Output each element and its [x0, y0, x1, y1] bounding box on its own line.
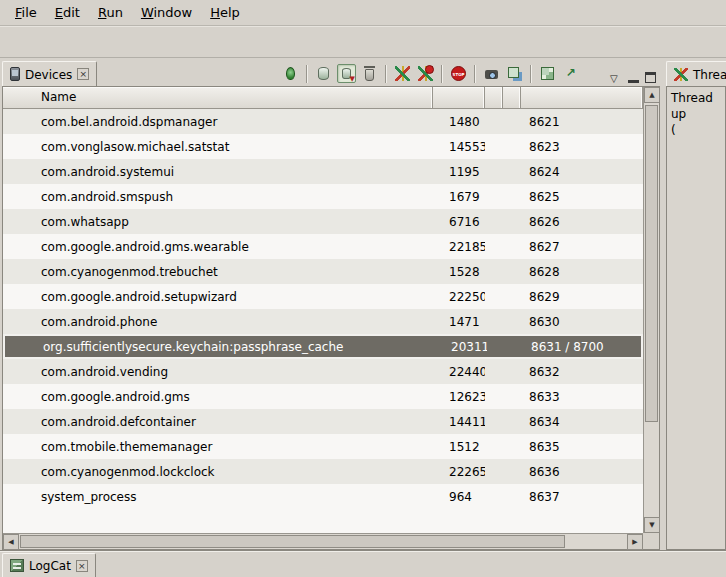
threads-message-line1: Thread up — [671, 90, 721, 122]
menu-help[interactable]: Help — [201, 2, 249, 23]
process-row[interactable]: com.cyanogenmod.lockclock222658636 — [3, 459, 643, 484]
view-hierarchy-icon[interactable] — [505, 64, 524, 83]
maximize-icon[interactable] — [645, 72, 656, 83]
threads-icon — [674, 68, 688, 81]
process-row[interactable]: com.tmobile.thememanager15128635 — [3, 434, 643, 459]
system-info-icon[interactable] — [561, 64, 580, 83]
process-row[interactable]: com.google.android.gms.wearable221858627 — [3, 234, 643, 259]
devices-panel-body: Name com.bel.android.dspmanager14808621c… — [2, 86, 660, 550]
process-row[interactable]: com.android.systemui11958624 — [3, 159, 643, 184]
process-row[interactable]: com.cyanogenmod.trebuchet15288628 — [3, 259, 643, 284]
column-header-name[interactable]: Name — [3, 87, 433, 108]
vertical-scroll-thumb[interactable] — [645, 105, 658, 422]
process-table: Name com.bel.android.dspmanager14808621c… — [3, 87, 659, 549]
view-menu-icon[interactable] — [610, 71, 622, 83]
process-row[interactable]: com.vonglasow.michael.satstat145538623 — [3, 134, 643, 159]
process-row[interactable]: com.android.phone14718630 — [3, 309, 643, 334]
scroll-right-button[interactable]: ▶ — [627, 534, 643, 550]
devices-toolbar — [279, 64, 582, 83]
scroll-up-button[interactable]: ▲ — [644, 87, 660, 103]
menubar: File Edit Run Window Help — [0, 0, 726, 26]
scroll-down-button[interactable]: ▼ — [644, 517, 660, 533]
cell-port: 8624 — [521, 165, 643, 179]
toolbar-separator — [441, 65, 443, 83]
cell-port: 8628 — [521, 265, 643, 279]
logcat-tab-close-icon[interactable] — [76, 560, 88, 572]
main-toolbar — [0, 26, 726, 58]
menu-window[interactable]: Window — [132, 2, 201, 23]
bottom-tabbar: LogCat — [0, 550, 726, 577]
cell-port: 8637 — [521, 490, 643, 504]
cell-name: com.tmobile.thememanager — [3, 440, 433, 454]
process-row[interactable]: system_process9648637 — [3, 484, 643, 509]
stop-process-icon[interactable] — [449, 64, 468, 83]
process-row[interactable]: com.whatsapp67168626 — [3, 209, 643, 234]
devices-tabbar: Devices — [2, 58, 660, 86]
cell-port: 8621 — [521, 115, 643, 129]
process-row[interactable]: com.bel.android.dspmanager14808621 — [3, 109, 643, 134]
tab-threads[interactable]: Threa — [666, 61, 726, 86]
table-header: Name — [3, 87, 643, 109]
vertical-scrollbar[interactable]: ▲ ▼ — [643, 87, 659, 533]
cell-port: 8635 — [521, 440, 643, 454]
tab-devices[interactable]: Devices — [2, 61, 97, 86]
cell-port: 8636 — [521, 465, 643, 479]
cell-name: com.android.systemui — [3, 165, 433, 179]
minimize-icon[interactable] — [628, 72, 639, 83]
cell-name: com.android.vending — [3, 365, 433, 379]
cell-pid: 22265 — [433, 465, 485, 479]
main-area: Devices Name com.bel.android.dspmanager1… — [0, 58, 726, 550]
horizontal-scrollbar[interactable]: ◀ ▶ — [3, 533, 643, 549]
devices-panel: Devices Name com.bel.android.dspmanager1… — [2, 58, 660, 550]
process-row[interactable]: com.android.smspush16798625 — [3, 184, 643, 209]
column-header-blank-2[interactable] — [485, 87, 503, 108]
tab-logcat[interactable]: LogCat — [2, 553, 96, 577]
menu-edit[interactable]: Edit — [46, 2, 89, 23]
cause-gc-icon[interactable] — [360, 64, 379, 83]
threads-tabbar: Threa — [666, 58, 726, 86]
method-profiling-icon[interactable] — [416, 64, 435, 83]
menu-run[interactable]: Run — [89, 2, 132, 23]
cell-name: com.cyanogenmod.lockclock — [3, 465, 433, 479]
cell-pid: 6716 — [433, 215, 485, 229]
update-heap-icon[interactable] — [314, 64, 333, 83]
devices-tab-close-icon[interactable] — [77, 68, 89, 80]
layout-inspector-icon[interactable] — [538, 64, 557, 83]
cell-name: system_process — [3, 490, 433, 504]
menu-file[interactable]: File — [6, 2, 46, 23]
screen-capture-icon[interactable] — [482, 64, 501, 83]
cell-pid: 1679 — [433, 190, 485, 204]
update-threads-icon[interactable] — [393, 64, 412, 83]
logcat-icon — [10, 559, 24, 572]
debug-process-icon[interactable] — [281, 64, 300, 83]
process-row[interactable]: com.android.vending224408632 — [3, 359, 643, 384]
device-icon — [10, 67, 20, 81]
cell-pid: 964 — [433, 490, 485, 504]
column-header-blank-3[interactable] — [503, 87, 521, 108]
process-row[interactable]: org.sufficientlysecure.keychain:passphra… — [3, 334, 643, 359]
cell-port: 8633 — [521, 390, 643, 404]
horizontal-scroll-thumb[interactable] — [20, 535, 565, 548]
toolbar-separator — [385, 65, 387, 83]
dump-hprof-icon[interactable] — [337, 64, 356, 83]
cell-name: com.vonglasow.michael.satstat — [3, 140, 433, 154]
cell-port: 8631 / 8700 — [523, 340, 641, 354]
process-row[interactable]: com.android.defcontainer144118634 — [3, 409, 643, 434]
process-row[interactable]: com.google.android.setupwizard222508629 — [3, 284, 643, 309]
scroll-left-button[interactable]: ◀ — [3, 534, 19, 550]
process-row[interactable]: com.google.android.gms126238633 — [3, 384, 643, 409]
toolbar-separator — [530, 65, 532, 83]
cell-port: 8632 — [521, 365, 643, 379]
column-header-blank-4[interactable] — [521, 87, 643, 108]
cell-port: 8630 — [521, 315, 643, 329]
cell-name: org.sufficientlysecure.keychain:passphra… — [5, 340, 435, 354]
cell-pid: 14411 — [433, 415, 485, 429]
threads-tab-label: Threa — [693, 67, 726, 82]
threads-panel: Threa Thread up ( — [666, 58, 726, 550]
column-header-blank-1[interactable] — [433, 87, 485, 108]
cell-port: 8626 — [521, 215, 643, 229]
ddms-window: File Edit Run Window Help Devices Name — [0, 0, 726, 577]
cell-port: 8629 — [521, 290, 643, 304]
cell-port: 8634 — [521, 415, 643, 429]
cell-name: com.android.phone — [3, 315, 433, 329]
